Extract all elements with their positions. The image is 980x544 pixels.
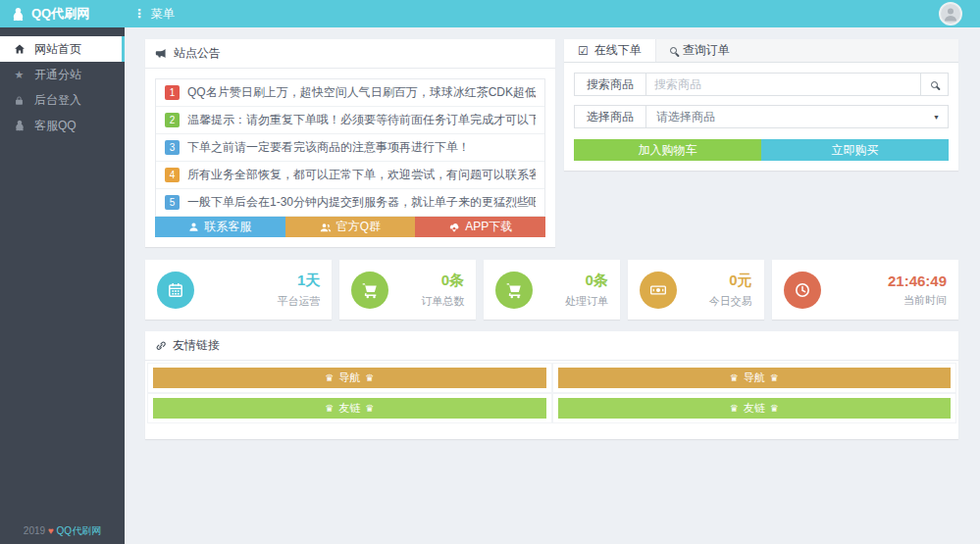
announcements-panel: 站点公告 1 QQ名片赞日刷上万，超快空间人气日刷百万，球球冰红茶CDK超低价销… [145, 39, 555, 247]
stat-label: 订单总数 [421, 294, 464, 309]
stat-card-current-time: 21:46:49 当前时间 [772, 260, 958, 320]
order-tabs: ☑ 在线下单 查询订单 [564, 39, 958, 63]
menu-label: 菜单 [151, 6, 175, 23]
friend-link-button[interactable]: ♛ 友链 ♛ [558, 398, 952, 419]
crown-icon: ♛ [770, 404, 779, 414]
tab-query-order[interactable]: 查询订单 [656, 39, 744, 62]
announcement-item[interactable]: 4 所有业务全部恢复，都可以正常下单，欢迎尝试，有问题可以联系客服 [156, 162, 544, 189]
crown-icon: ♛ [730, 404, 739, 414]
contact-service-button[interactable]: 联系客服 [155, 217, 285, 237]
announcement-item[interactable]: 3 下单之前请一定要看完该商品的注意事项再进行下单！ [156, 134, 544, 162]
sidebar-item-service-qq[interactable]: 客服QQ [0, 113, 125, 138]
bullhorn-icon [155, 47, 168, 60]
crown-icon: ♛ [770, 373, 779, 383]
user-silhouette-icon [942, 5, 959, 23]
announcement-number-badge: 5 [165, 195, 180, 210]
nav-link-button[interactable]: ♛ 导航 ♛ [153, 368, 546, 388]
friend-link-button[interactable]: ♛ 友链 ♛ [153, 398, 546, 419]
announcement-list: 1 QQ名片赞日刷上万，超快空间人气日刷百万，球球冰红茶CDK超低价销售 2 温… [155, 78, 545, 217]
search-icon [931, 81, 938, 88]
sidebar-item-label: 网站首页 [34, 41, 81, 58]
cart-icon [351, 272, 388, 309]
stat-label: 当前时间 [888, 293, 947, 308]
calendar-icon [157, 272, 194, 309]
sidebar: 网站首页 ★ 开通分站 后台登入 客服QQ 2019 ♥ QQ代刷 [0, 27, 125, 544]
checkbox-icon: ☑ [578, 45, 589, 57]
crown-icon: ♛ [365, 404, 374, 414]
crown-icon: ♛ [325, 373, 334, 383]
user-icon [188, 222, 199, 232]
home-icon [13, 43, 26, 55]
qq-icon [13, 120, 26, 131]
stats-row: 1天 平台运营 0条 订单总数 0条 处理订单 [145, 260, 958, 320]
link-cell: ♛ 导航 ♛ [552, 363, 957, 393]
product-select[interactable]: 请选择商品 [646, 106, 933, 127]
sidebar-item-substation[interactable]: ★ 开通分站 [0, 62, 125, 87]
announcements-header: 站点公告 [145, 39, 555, 69]
search-button[interactable] [920, 74, 948, 95]
money-icon [640, 272, 677, 309]
buy-now-button[interactable]: 立即购买 [761, 139, 949, 161]
search-icon [670, 47, 677, 54]
sidebar-footer: 2019 ♥ QQ代刷网 [0, 524, 125, 538]
select-product-group: 选择商品 请选择商品 ▼ [574, 105, 949, 128]
announcement-item[interactable]: 2 温馨提示：请勿重复下单哦！必须要等待前面任务订单完成才可以下单！ [156, 107, 544, 134]
stat-value: 0条 [565, 272, 608, 290]
announcement-number-badge: 3 [165, 140, 180, 155]
cloud-download-icon [448, 222, 460, 233]
stat-value: 1天 [277, 272, 320, 290]
stat-card-platform-days: 1天 平台运营 [145, 260, 332, 320]
crown-icon: ♛ [730, 373, 739, 383]
brand[interactable]: QQ代刷网 [0, 5, 125, 23]
lock-icon [13, 95, 26, 106]
stat-value: 0条 [421, 272, 464, 290]
sidebar-item-admin-login[interactable]: 后台登入 [0, 87, 125, 113]
official-qq-group-button[interactable]: 官方Q群 [285, 217, 416, 237]
sidebar-item-label: 客服QQ [34, 118, 77, 134]
stat-value: 0元 [709, 272, 752, 290]
panel-title: 站点公告 [174, 45, 221, 62]
crown-icon: ♛ [325, 404, 334, 414]
announcement-number-badge: 2 [165, 113, 180, 127]
link-icon [155, 340, 167, 352]
topbar: QQ代刷网 ⋮ 菜单 [0, 0, 980, 27]
friendly-links-header: 友情链接 [145, 331, 958, 361]
add-to-cart-button[interactable]: 加入购物车 [574, 139, 761, 161]
brand-title: QQ代刷网 [31, 5, 89, 23]
announcement-item[interactable]: 1 QQ名片赞日刷上万，超快空间人气日刷百万，球球冰红茶CDK超低价销售 [156, 79, 544, 107]
announcement-number-badge: 4 [165, 168, 180, 182]
stat-card-processing-orders: 0条 处理订单 [484, 260, 620, 320]
heart-icon: ♥ [48, 525, 54, 536]
crown-icon: ♛ [365, 373, 374, 383]
cart-icon [495, 272, 533, 309]
stat-label: 今日交易 [709, 294, 752, 309]
menu-icon: ⋮ [133, 8, 145, 20]
link-cell: ♛ 友链 ♛ [552, 393, 957, 423]
menu-toggle[interactable]: ⋮ 菜单 [133, 6, 175, 23]
select-product-label: 选择商品 [575, 106, 646, 127]
star-icon: ★ [13, 69, 26, 81]
announcement-number-badge: 1 [165, 85, 180, 100]
app-download-button[interactable]: APP下载 [415, 217, 545, 237]
main-content: 站点公告 1 QQ名片赞日刷上万，超快空间人气日刷百万，球球冰红茶CDK超低价销… [125, 27, 980, 544]
link-cell: ♛ 导航 ♛ [147, 363, 552, 393]
stat-card-today-transactions: 0元 今日交易 [628, 260, 764, 320]
footer-site-link[interactable]: QQ代刷网 [57, 525, 102, 536]
stat-label: 平台运营 [277, 294, 320, 309]
search-product-input[interactable] [646, 74, 920, 95]
panel-title: 友情链接 [173, 337, 220, 354]
announcement-item[interactable]: 5 一般下单后会在1-30分钟内提交到服务器，就让单子来的更猛烈些吧！ [156, 189, 544, 217]
stat-label: 处理订单 [565, 294, 608, 309]
nav-link-button[interactable]: ♛ 导航 ♛ [558, 368, 952, 388]
friendly-links-panel: 友情链接 ♛ 导航 ♛ ♛ 导航 ♛ [145, 331, 958, 439]
sidebar-nav: 网站首页 ★ 开通分站 后台登入 客服QQ [0, 27, 125, 138]
clock-icon [784, 272, 821, 309]
order-panel: ☑ 在线下单 查询订单 搜索商品 [564, 39, 958, 171]
search-product-group: 搜索商品 [574, 73, 949, 96]
sidebar-item-home[interactable]: 网站首页 [0, 36, 125, 62]
tab-online-order[interactable]: ☑ 在线下单 [564, 39, 656, 62]
stat-value-clock: 21:46:49 [888, 272, 947, 289]
footer-year: 2019 [24, 525, 45, 536]
avatar[interactable] [939, 2, 962, 25]
chevron-down-icon[interactable]: ▼ [933, 114, 940, 121]
